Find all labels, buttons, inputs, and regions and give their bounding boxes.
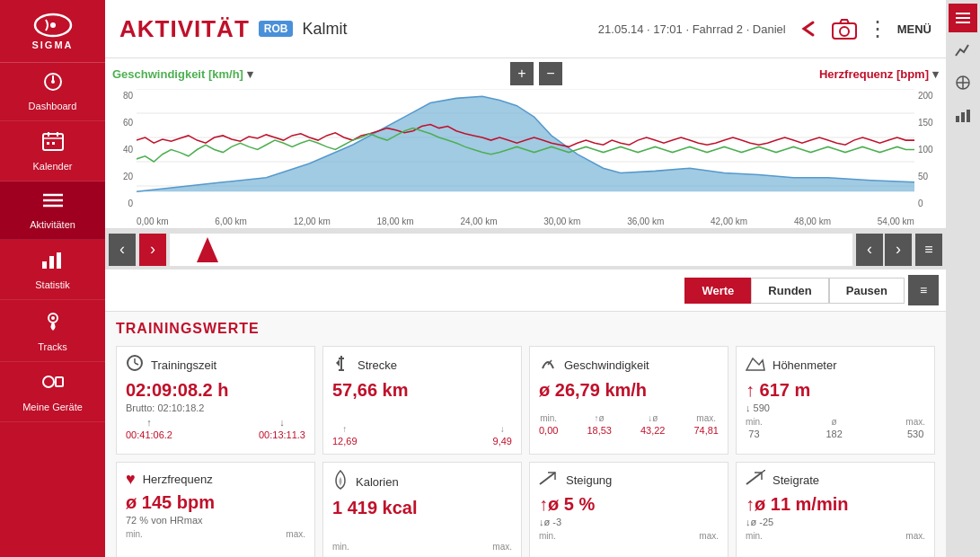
dots-icon[interactable]: ⋮ <box>867 16 888 41</box>
hoehenmeter-max-label: max. <box>905 417 925 427</box>
kalorien-min-label: min. <box>332 542 349 552</box>
x-12: 12,00 km <box>294 217 331 226</box>
training-section: TRAININGSWERTE Trainingszeit 02:09:08.2 … <box>105 312 946 557</box>
tab-pausen[interactable]: Pausen <box>829 278 905 304</box>
steigung-value: ↑ø 5 % <box>539 494 719 515</box>
sidebar-item-tracks[interactable]: Tracks <box>0 300 105 362</box>
chart-label-left: Geschwindigkeit [km/h] ▾ <box>112 67 253 81</box>
svg-rect-39 <box>956 116 959 122</box>
herzfrequenz-label: Herzfrequenz [bpm] <box>819 67 929 81</box>
hoehenmeter-avg-label: ø <box>832 417 837 427</box>
metric-herzfrequenz: ♥ Herzfrequenz ø 145 bpm 72 % von HRmax … <box>116 462 315 557</box>
tracks-icon <box>41 309 65 338</box>
sidebar-item-statistik[interactable]: Statistik <box>0 240 105 300</box>
kalorien-footer: min. max. <box>332 542 512 552</box>
geschwindigkeit-up-val: 18,53 <box>587 425 612 436</box>
track-arrow-left[interactable]: ‹ <box>109 234 136 266</box>
right-sidebar <box>946 0 980 557</box>
x-axis: 0,00 km 6,00 km 12,00 km 18,00 km 24,00 … <box>137 215 914 228</box>
geschwindigkeit-max-val: 74,81 <box>693 425 719 436</box>
y-left-20: 20 <box>109 172 133 181</box>
track-prev-btn[interactable]: ‹ <box>856 234 883 266</box>
aktivitaeten-icon <box>41 190 65 216</box>
main-content: AKTIVITÄT ROB Kalmit 21.05.14 · 17:01 · … <box>105 0 946 557</box>
chart-graph: 0 20 40 60 80 <box>105 89 946 228</box>
track-bar: ‹ › ‹ › ≡ <box>105 229 946 270</box>
hoehenmeter-max-val: 530 <box>907 429 923 439</box>
right-icon-list[interactable] <box>949 4 977 32</box>
kalorien-max-label: max. <box>492 542 512 552</box>
sigma-icon <box>33 13 73 38</box>
strecke-footer: ↑ 12,69 ↓ 9,49 <box>332 424 512 446</box>
hoehenmeter-max: max. 530 <box>905 417 925 439</box>
tab-runden[interactable]: Runden <box>751 278 828 304</box>
steigrate-sub: ↓ø -25 <box>746 517 925 527</box>
sidebar-item-meine-geraete[interactable]: Meine Geräte <box>0 362 105 422</box>
chart-svg-container <box>137 89 914 210</box>
metric-header-geschwindigkeit: Geschwindigkeit <box>539 354 719 376</box>
right-icon-bar[interactable] <box>949 101 977 129</box>
tab-menu-btn[interactable]: ≡ <box>908 275 939 305</box>
herzfrequenz-min-label: min. <box>126 529 143 539</box>
trainingszeit-sub: Brutto: 02:10:18.2 <box>126 402 305 413</box>
y-right-50: 50 <box>918 172 942 181</box>
herzfrequenz-max-label: max. <box>286 529 305 539</box>
x-48: 48,00 km <box>794 217 831 226</box>
metric-hoehenmeter: Höhenmeter ↑ 617 m ↓ 590 min. 73 ø 182 m… <box>736 346 935 455</box>
y-axis-right: 0 50 100 150 200 <box>914 89 946 210</box>
menu-label[interactable]: MENÜ <box>897 22 931 36</box>
chart-minus-btn[interactable]: − <box>539 62 562 85</box>
steigung-footer: min. max. <box>539 531 719 541</box>
chart-label-right: Herzfrequenz [bpm] ▾ <box>819 67 939 81</box>
svg-line-32 <box>762 470 765 473</box>
trainingszeit-down-val: 00:13:11.3 <box>259 429 305 440</box>
chart-dropdown-left[interactable]: ▾ <box>247 67 253 81</box>
metric-header-kalorien: Kalorien <box>332 470 512 494</box>
hoehenmeter-name: Höhenmeter <box>773 358 837 372</box>
trainingszeit-down-icon: ↓ <box>279 417 285 428</box>
header-meta: 21.05.14 · 17:01 · Fahrrad 2 · Daniel <box>598 22 786 36</box>
track-next-btn[interactable]: › <box>885 234 912 266</box>
svg-rect-9 <box>52 142 55 145</box>
y-right-150: 150 <box>918 118 942 128</box>
chart-controls: + − <box>510 62 562 85</box>
kalorien-name: Kalorien <box>356 475 399 489</box>
hoehenmeter-min: min. 73 <box>746 417 763 439</box>
track-slider[interactable] <box>170 234 852 266</box>
x-30: 30,00 km <box>543 217 580 226</box>
metric-strecke: Strecke 57,66 km ↑ 12,69 ↓ 9,49 <box>322 346 522 455</box>
sidebar-item-label-meine-geraete: Meine Geräte <box>22 402 83 412</box>
chart-dropdown-right[interactable]: ▾ <box>932 67 939 81</box>
herzfrequenz-value: ø 145 bpm <box>126 492 305 513</box>
chart-plus-btn[interactable]: + <box>510 62 534 85</box>
hoehenmeter-value: ↑ 617 m <box>746 380 925 401</box>
sidebar-item-aktivitaeten[interactable]: Aktivitäten <box>0 181 105 240</box>
right-icon-chart[interactable] <box>949 36 977 65</box>
steigung-sub: ↓ø -3 <box>539 517 719 527</box>
svg-point-21 <box>840 27 849 36</box>
svg-point-17 <box>51 316 55 320</box>
tab-werte[interactable]: Werte <box>684 278 751 304</box>
trainingszeit-up-icon: ↑ <box>146 417 152 428</box>
herzfrequenz-footer: min. max. <box>126 529 305 539</box>
strecke-icon <box>332 354 350 376</box>
y-axis-left: 0 20 40 60 80 <box>105 89 137 210</box>
back-icon[interactable] <box>797 19 822 39</box>
x-36: 36,00 km <box>627 217 664 226</box>
steigrate-footer: min. max. <box>746 531 925 541</box>
strecke-down-label: ↓ <box>500 424 505 434</box>
svg-rect-41 <box>967 110 970 122</box>
activity-name: Kalmit <box>302 20 347 39</box>
chart-header: Geschwindigkeit [km/h] ▾ + − Herzfrequen… <box>105 58 946 89</box>
sidebar-item-label-dashboard: Dashboard <box>29 101 77 111</box>
hoehenmeter-min-label: min. <box>746 417 763 427</box>
svg-rect-8 <box>47 142 49 145</box>
track-menu-btn[interactable]: ≡ <box>915 234 942 266</box>
track-arrow-right-active[interactable]: › <box>139 234 166 266</box>
sidebar-item-dashboard[interactable]: Dashboard <box>0 63 105 121</box>
sidebar-item-kalender[interactable]: Kalender <box>0 121 105 181</box>
trainingszeit-up: ↑ 00:41:06.2 <box>126 417 172 440</box>
trainingszeit-down: ↓ 00:13:11.3 <box>259 417 305 440</box>
right-icon-layers[interactable] <box>949 68 977 97</box>
camera-icon[interactable] <box>831 17 858 40</box>
